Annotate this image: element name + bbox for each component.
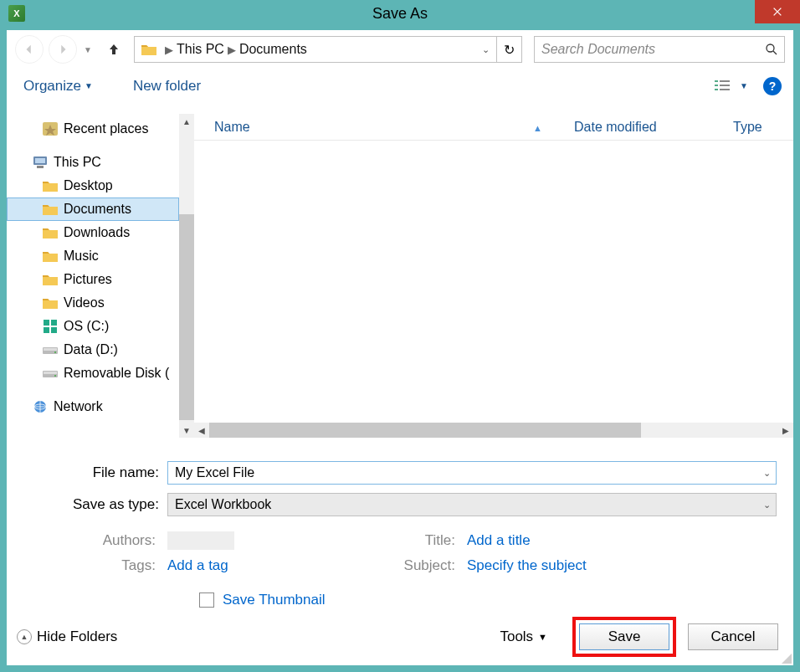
folder-icon [42,272,59,287]
tree-item-os-c-[interactable]: OS (C:) [7,315,194,338]
organize-menu[interactable]: Organize ▼ [18,74,98,98]
cancel-button[interactable]: Cancel [688,623,778,650]
tree-item-label: This PC [54,155,101,170]
column-label: Date modified [574,120,657,134]
collapse-icon: ▲ [17,629,32,644]
authors-label: Authors: [23,532,167,549]
scroll-up-icon[interactable]: ▲ [179,114,194,129]
close-icon [772,6,783,18]
svg-rect-11 [37,166,44,168]
forward-button[interactable] [49,35,77,64]
breadcrumb-current[interactable]: Documents [238,42,309,57]
tree-item-downloads[interactable]: Downloads [7,221,194,244]
chevron-down-icon[interactable]: ⌄ [763,468,771,479]
tree-item-label: Music [64,249,99,264]
svg-rect-15 [51,327,57,333]
address-dropdown[interactable]: ⌄ [474,37,496,62]
tree-item-label: Pictures [64,272,112,287]
svg-rect-14 [44,327,49,333]
subject-field[interactable]: Specify the subject [467,557,587,574]
tags-field[interactable]: Add a tag [167,557,228,574]
horizontal-scrollbar[interactable]: ◀ ▶ [194,423,793,438]
tree-item-label: Documents [64,202,131,217]
arrow-up-icon [107,43,121,56]
tags-label: Tags: [23,557,167,574]
scroll-down-icon[interactable]: ▼ [179,423,194,438]
tree-this-pc[interactable]: This PC [7,151,194,174]
tools-menu[interactable]: Tools ▼ [500,628,547,645]
tree-recent-places[interactable]: Recent places [7,117,194,141]
tree-item-label: Videos [64,295,105,310]
savetype-dropdown[interactable]: Excel Workbook ⌄ [167,493,777,516]
chevron-down-icon: ▼ [85,81,93,90]
breadcrumb-separator-icon: ▶ [165,44,173,56]
tree-item-label: Downloads [64,225,130,240]
folder-icon [140,40,158,59]
tools-label: Tools [500,628,533,645]
column-name[interactable]: Name ▲ [194,120,554,135]
search-box[interactable] [534,36,785,63]
svg-rect-10 [35,158,45,163]
help-button[interactable]: ? [763,77,782,95]
column-label: Name [214,120,250,134]
arrow-left-icon [23,44,35,55]
column-type[interactable]: Type [713,120,793,135]
chevron-down-icon[interactable]: ⌄ [763,500,771,510]
column-label: Type [733,120,762,134]
tree-item-data-d-[interactable]: Data (D:) [7,338,194,362]
tree-item-label: Network [54,399,103,414]
breadcrumb-root[interactable]: This PC [175,42,226,57]
tree-item-pictures[interactable]: Pictures [7,268,194,291]
save-thumbnail-label: Save Thumbnail [223,592,326,608]
scrollbar-thumb[interactable] [209,423,641,438]
new-folder-button[interactable]: New folder [128,74,206,98]
title-field[interactable]: Add a title [467,532,531,549]
filename-input[interactable]: My Excel File ⌄ [167,461,777,485]
close-button[interactable] [755,0,800,23]
save-thumbnail-checkbox[interactable] [199,592,214,608]
tree-network[interactable]: Network [7,395,194,418]
view-dropdown[interactable]: ▼ [740,81,748,90]
up-button[interactable] [102,38,126,61]
folder-icon [42,342,59,357]
hide-folders-button[interactable]: ▲ Hide Folders [17,628,117,645]
resize-grip[interactable] [780,652,792,664]
network-icon [32,399,49,414]
view-options-button[interactable] [711,76,735,96]
folder-icon [42,178,59,193]
tree-item-removable-disk-[interactable]: Removable Disk ( [7,362,194,385]
filename-value: My Excel File [175,465,254,480]
folder-icon [42,366,59,381]
organize-label: Organize [23,78,81,95]
cancel-label: Cancel [711,628,756,645]
tree-item-videos[interactable]: Videos [7,291,194,315]
authors-field[interactable] [167,531,234,550]
save-label: Save [608,628,641,645]
save-button[interactable]: Save [579,623,669,650]
savetype-label: Save as type: [23,496,167,513]
tree-item-label: Desktop [64,178,113,193]
tree-item-desktop[interactable]: Desktop [7,174,194,197]
scroll-left-icon[interactable]: ◀ [194,423,209,438]
tree-item-documents[interactable]: Documents [7,197,179,221]
arrow-right-icon [57,44,69,55]
save-button-highlight: Save [572,617,676,657]
history-dropdown[interactable]: ▼ [82,45,94,54]
tree-item-music[interactable]: Music [7,244,194,268]
folder-icon [42,225,59,240]
computer-icon [32,155,49,170]
tree-item-label: Recent places [64,121,148,136]
svg-rect-3 [720,80,730,82]
address-bar[interactable]: ▶ This PC ▶ Documents ⌄ ↻ [134,36,522,63]
breadcrumb-separator-icon: ▶ [228,44,236,56]
svg-line-1 [773,51,777,54]
column-headers: Name ▲ Date modified Type [194,114,793,141]
folder-icon [42,249,59,264]
sidebar-scrollbar-thumb[interactable] [179,214,194,420]
back-button[interactable] [15,35,44,64]
column-date[interactable]: Date modified [554,120,713,135]
folder-icon [42,319,59,334]
scroll-right-icon[interactable]: ▶ [778,423,793,438]
search-input[interactable] [535,42,759,57]
refresh-button[interactable]: ↻ [496,37,521,62]
